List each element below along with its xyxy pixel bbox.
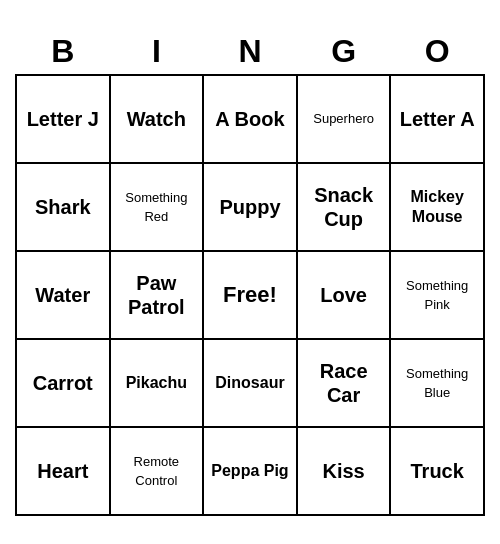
bingo-cell-4-1: Remote Control	[110, 427, 204, 515]
bingo-cell-3-4: Something Blue	[390, 339, 484, 427]
bingo-cell-4-0: Heart	[16, 427, 110, 515]
bingo-cell-4-2: Peppa Pig	[203, 427, 297, 515]
bingo-row-1: SharkSomething RedPuppySnack CupMickey M…	[16, 163, 484, 251]
bingo-cell-3-1: Pikachu	[110, 339, 204, 427]
bingo-cell-2-4: Something Pink	[390, 251, 484, 339]
bingo-cell-2-0: Water	[16, 251, 110, 339]
bingo-card: BINGO Letter JWatchA BookSuperheroLetter…	[15, 29, 485, 516]
cell-text: Free!	[223, 282, 277, 307]
bingo-cell-3-0: Carrot	[16, 339, 110, 427]
bingo-cell-2-1: Paw Patrol	[110, 251, 204, 339]
cell-text: Snack Cup	[314, 184, 373, 230]
cell-text: Pikachu	[126, 374, 187, 391]
cell-text: Shark	[35, 196, 91, 218]
cell-text: Something Blue	[406, 366, 468, 400]
bingo-cell-1-4: Mickey Mouse	[390, 163, 484, 251]
cell-text: A Book	[215, 108, 284, 130]
bingo-cell-1-2: Puppy	[203, 163, 297, 251]
cell-text: Race Car	[320, 360, 368, 406]
cell-text: Letter J	[27, 108, 99, 130]
bingo-cell-4-3: Kiss	[297, 427, 391, 515]
bingo-cell-1-1: Something Red	[110, 163, 204, 251]
bingo-cell-1-0: Shark	[16, 163, 110, 251]
cell-text: Puppy	[219, 196, 280, 218]
cell-text: Paw Patrol	[128, 272, 185, 318]
bingo-cell-0-3: Superhero	[297, 75, 391, 163]
cell-text: Truck	[411, 460, 464, 482]
bingo-cell-2-2: Free!	[203, 251, 297, 339]
cell-text: Kiss	[322, 460, 364, 482]
cell-text: Carrot	[33, 372, 93, 394]
cell-text: Peppa Pig	[211, 462, 288, 479]
cell-text: Superhero	[313, 111, 374, 126]
cell-text: Water	[35, 284, 90, 306]
cell-text: Dinosaur	[215, 374, 284, 391]
cell-text: Something Red	[125, 190, 187, 224]
bingo-header-b: B	[16, 29, 110, 75]
bingo-cell-0-1: Watch	[110, 75, 204, 163]
bingo-cell-0-4: Letter A	[390, 75, 484, 163]
bingo-header-i: I	[110, 29, 204, 75]
bingo-row-3: CarrotPikachuDinosaurRace CarSomething B…	[16, 339, 484, 427]
bingo-row-4: HeartRemote ControlPeppa PigKissTruck	[16, 427, 484, 515]
cell-text: Letter A	[400, 108, 475, 130]
bingo-cell-2-3: Love	[297, 251, 391, 339]
cell-text: Mickey Mouse	[411, 188, 464, 224]
bingo-header-n: N	[203, 29, 297, 75]
bingo-cell-3-3: Race Car	[297, 339, 391, 427]
cell-text: Remote Control	[134, 454, 180, 488]
cell-text: Love	[320, 284, 367, 306]
cell-text: Heart	[37, 460, 88, 482]
bingo-cell-0-0: Letter J	[16, 75, 110, 163]
cell-text: Something Pink	[406, 278, 468, 312]
bingo-cell-1-3: Snack Cup	[297, 163, 391, 251]
bingo-cell-3-2: Dinosaur	[203, 339, 297, 427]
bingo-header-g: G	[297, 29, 391, 75]
bingo-row-0: Letter JWatchA BookSuperheroLetter A	[16, 75, 484, 163]
bingo-header-o: O	[390, 29, 484, 75]
bingo-row-2: WaterPaw PatrolFree!LoveSomething Pink	[16, 251, 484, 339]
cell-text: Watch	[127, 108, 186, 130]
bingo-cell-0-2: A Book	[203, 75, 297, 163]
bingo-cell-4-4: Truck	[390, 427, 484, 515]
